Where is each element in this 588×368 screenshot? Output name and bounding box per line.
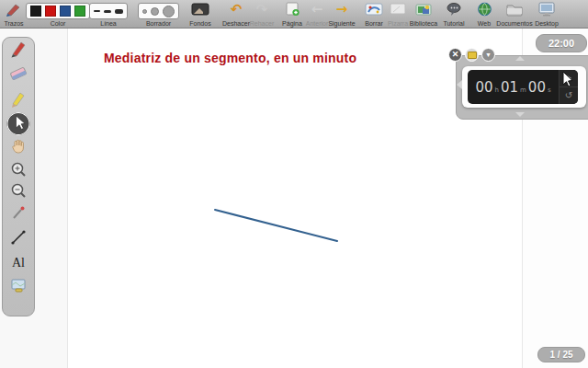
timer-hours-unit: h bbox=[494, 86, 498, 94]
page-indicator: 1 / 25 bbox=[537, 347, 585, 362]
line-tool-button[interactable] bbox=[7, 228, 29, 250]
color-swatch-red[interactable] bbox=[45, 6, 56, 17]
line-width-options bbox=[89, 3, 128, 19]
pen-tool-button[interactable] bbox=[7, 40, 29, 62]
line-width-thick[interactable] bbox=[115, 9, 123, 14]
line-group-label: Línea bbox=[100, 20, 117, 27]
library-icon bbox=[414, 2, 433, 17]
text-tool-icon: Al bbox=[12, 257, 25, 270]
color-group-label: Color bbox=[51, 20, 66, 27]
capture-tool-button[interactable] bbox=[7, 277, 29, 299]
tool-palette: Al bbox=[2, 37, 35, 316]
eraser-group-label: Borrador bbox=[146, 20, 171, 27]
widget-resize-down-arrow[interactable] bbox=[515, 112, 525, 117]
color-palette bbox=[26, 3, 90, 19]
zoom-in-icon bbox=[9, 160, 28, 182]
line-width-medium[interactable] bbox=[104, 10, 111, 13]
color-swatch-blue[interactable] bbox=[60, 6, 71, 17]
next-page-icon: → bbox=[336, 2, 348, 17]
timer-minutes-unit: m bbox=[520, 86, 526, 94]
widget-close-button[interactable]: ✕ bbox=[448, 48, 462, 62]
pen-strokes-icon bbox=[5, 2, 23, 17]
pen-icon bbox=[8, 39, 28, 63]
highlighter-tool-button[interactable] bbox=[7, 89, 29, 111]
blue-line-segment[interactable] bbox=[215, 210, 337, 241]
widget-collapse-button[interactable]: ▼ bbox=[481, 48, 495, 62]
backgrounds-icon bbox=[191, 2, 209, 17]
laser-pointer-tool-button[interactable] bbox=[7, 204, 29, 226]
eraser-size-group: Borrador bbox=[138, 0, 179, 28]
toolbar-button-desktop[interactable]: Desktop bbox=[526, 0, 568, 28]
eraser-tool-button[interactable] bbox=[7, 64, 29, 86]
eraser-large[interactable] bbox=[163, 6, 175, 17]
eraser-medium[interactable] bbox=[151, 7, 159, 16]
timer-minutes: 01 bbox=[501, 79, 518, 96]
hand-icon bbox=[9, 137, 28, 159]
clock-display: 22:00 bbox=[536, 34, 587, 52]
whiteboard-app: Mediatriz de un segmento, en un minuto T… bbox=[0, 0, 588, 368]
timer-digits: 00 h 01 m 00 s bbox=[468, 79, 559, 96]
selector-tool-button[interactable] bbox=[7, 112, 30, 135]
laser-pointer-icon bbox=[9, 204, 28, 226]
timer-hours: 00 bbox=[475, 79, 492, 96]
desktop-monitor-icon bbox=[537, 2, 556, 17]
line-width-group: Línea bbox=[89, 0, 128, 28]
timer-seconds: 00 bbox=[528, 79, 546, 96]
redo-icon: ↷ bbox=[256, 2, 268, 17]
timer-reset-button[interactable]: ↺ bbox=[560, 87, 578, 104]
mouse-cursor bbox=[562, 71, 575, 89]
zoom-out-tool-button[interactable] bbox=[7, 181, 29, 203]
text-tool-button[interactable]: Al bbox=[7, 252, 29, 274]
hand-pan-tool-button[interactable] bbox=[7, 137, 29, 159]
reset-icon: ↺ bbox=[565, 91, 572, 100]
line-width-thin[interactable] bbox=[94, 10, 100, 12]
widget-pin-button[interactable] bbox=[465, 48, 479, 62]
line-tool-icon bbox=[9, 228, 28, 250]
eraser-size-options bbox=[138, 3, 179, 19]
tutorial-balloon-icon bbox=[446, 2, 462, 17]
canvas-title-text[interactable]: Mediatriz de un segmento, en un minuto bbox=[104, 51, 356, 65]
widget-resize-up-arrow[interactable] bbox=[515, 56, 525, 61]
pin-icon bbox=[468, 52, 477, 59]
page-left-edge bbox=[67, 28, 68, 368]
eraser-icon bbox=[8, 64, 28, 86]
timer-display: 00 h 01 m 00 s ↺ bbox=[468, 70, 578, 104]
documents-folder-icon bbox=[505, 2, 524, 17]
color-swatch-green[interactable] bbox=[74, 6, 85, 17]
timer-seconds-unit: s bbox=[548, 86, 551, 94]
widget-resize-left-arrow[interactable] bbox=[457, 80, 462, 89]
selection-arrow-icon bbox=[8, 112, 28, 136]
zoom-in-tool-button[interactable] bbox=[7, 160, 29, 182]
main-toolbar: Trazos Color Línea bbox=[0, 0, 588, 29]
highlighter-icon bbox=[8, 88, 28, 112]
capture-icon bbox=[9, 278, 28, 298]
web-globe-icon bbox=[477, 2, 492, 17]
color-swatch-black[interactable] bbox=[30, 6, 41, 17]
eraser-small[interactable] bbox=[142, 9, 147, 14]
zoom-out-icon bbox=[9, 181, 28, 203]
color-group: Color bbox=[26, 0, 90, 28]
